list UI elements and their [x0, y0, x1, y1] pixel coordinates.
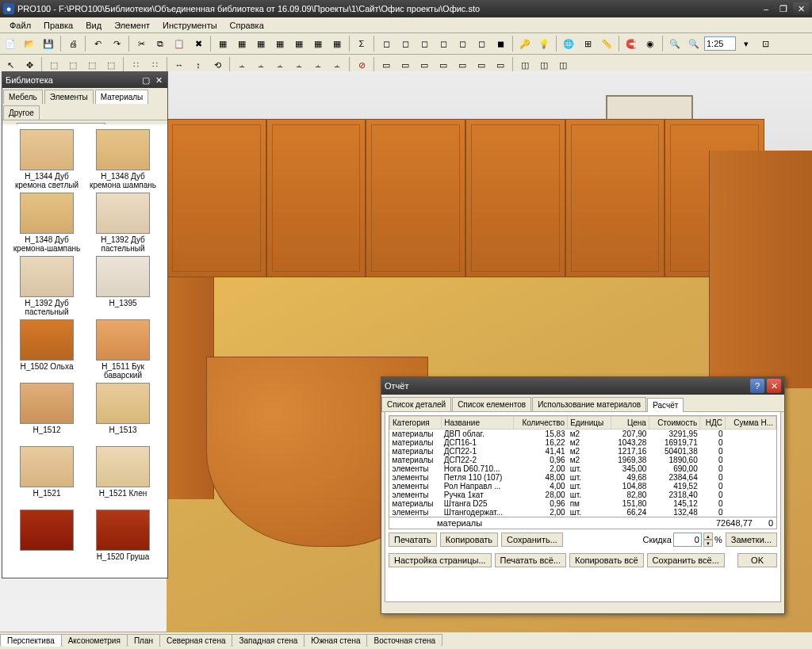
- menu-help[interactable]: Справка: [224, 19, 270, 32]
- material-item[interactable]: Н_1521: [10, 446, 83, 506]
- light-icon[interactable]: 💡: [535, 35, 553, 52]
- tab-parts-list[interactable]: Список деталей: [381, 397, 451, 411]
- col-sum[interactable]: Сумма Н...: [726, 417, 776, 429]
- menu-tools[interactable]: Инструменты: [156, 19, 224, 32]
- table-row[interactable]: материалыДСП22-20,96м21969,381890,600: [390, 456, 776, 464]
- material-item[interactable]: Н_1392 Дуб пастельный: [86, 193, 159, 253]
- table-row[interactable]: элементыРол Направл ...4,00шт.104,88419,…: [390, 482, 776, 491]
- col-name[interactable]: Название: [442, 417, 513, 429]
- material-item[interactable]: Н_1521 Клен: [86, 446, 159, 506]
- discount-input[interactable]: [673, 533, 702, 547]
- zoom-drop-icon[interactable]: ▾: [737, 35, 755, 52]
- ok-button[interactable]: OK: [737, 553, 777, 567]
- discount-up-icon[interactable]: ▲: [703, 533, 713, 540]
- tab-perspective[interactable]: Перспектива: [0, 634, 62, 647]
- table-row[interactable]: материалыШтанга D250,96пм151,80145,120: [390, 499, 776, 508]
- tab-plan[interactable]: План: [127, 634, 160, 647]
- material-item[interactable]: Н_1348 Дуб кремона-шампань: [10, 193, 83, 253]
- library-title-bar[interactable]: Библиотека ▢ ✕: [2, 72, 167, 88]
- col-qty[interactable]: Количество: [513, 417, 567, 429]
- view-4-icon[interactable]: ▦: [271, 35, 289, 52]
- box-6-icon[interactable]: ◻: [473, 35, 490, 52]
- delete-icon[interactable]: ✖: [190, 35, 207, 52]
- view-3-icon[interactable]: ▦: [252, 35, 270, 52]
- tab-elements[interactable]: Элементы: [44, 90, 94, 104]
- table-row[interactable]: элементыНога D60.710...2,00шт.345,00690,…: [390, 464, 776, 473]
- tab-east-wall[interactable]: Восточная стена: [366, 634, 442, 647]
- view-7-icon[interactable]: ▦: [328, 35, 346, 52]
- col-vat[interactable]: НДС: [700, 417, 726, 429]
- cabinet-model[interactable]: [565, 119, 665, 277]
- page-setup-button[interactable]: Настройка страницы...: [389, 553, 492, 567]
- tab-furniture[interactable]: Мебель: [3, 90, 43, 104]
- save-all-button[interactable]: Сохранить всё...: [647, 553, 725, 567]
- zoom-in-icon[interactable]: 🔍: [666, 35, 684, 52]
- minimize-button[interactable]: –: [758, 2, 774, 15]
- cabinet-model[interactable]: [167, 119, 266, 277]
- box-1-icon[interactable]: ◻: [377, 35, 395, 52]
- copy-button[interactable]: Копировать: [440, 533, 498, 547]
- key-icon[interactable]: 🔑: [516, 35, 534, 52]
- material-item[interactable]: Н_1511 Бук баварский: [86, 319, 159, 380]
- library-close-icon[interactable]: ✕: [153, 74, 164, 86]
- material-item[interactable]: [10, 510, 83, 570]
- paste-icon[interactable]: 📋: [170, 35, 188, 52]
- table-row[interactable]: материалыДВП облаг.15,83м2207,903291,950: [390, 429, 776, 439]
- table-row[interactable]: материалыДСП16-116,22м21043,2816919,710: [390, 438, 776, 447]
- table-row[interactable]: элементыШтангодержат...2,00шт.66,24132,4…: [390, 508, 776, 517]
- cabinet-model[interactable]: [465, 119, 565, 277]
- copy-all-button[interactable]: Копировать всё: [569, 553, 644, 567]
- new-icon[interactable]: 📄: [2, 35, 19, 52]
- col-category[interactable]: Категория: [390, 417, 442, 429]
- tab-north-wall[interactable]: Северная стена: [159, 634, 233, 647]
- tab-material-usage[interactable]: Использование материалов: [532, 397, 646, 411]
- tab-calculation[interactable]: Расчёт: [647, 398, 684, 412]
- undo-icon[interactable]: ↶: [89, 35, 106, 52]
- report-table[interactable]: Категория Название Количество Единицы Це…: [389, 415, 777, 517]
- report-close-icon[interactable]: ✕: [767, 379, 781, 393]
- print-button[interactable]: Печатать: [389, 533, 437, 547]
- menu-edit[interactable]: Правка: [37, 19, 79, 32]
- view-5-icon[interactable]: ▦: [290, 35, 308, 52]
- table-row[interactable]: материалыДСП22-141,41м21217,1650401,380: [390, 447, 776, 456]
- menu-file[interactable]: Файл: [3, 19, 37, 32]
- copy-icon[interactable]: ⧉: [151, 35, 169, 52]
- save-button[interactable]: Сохранить...: [501, 533, 563, 547]
- box-4-icon[interactable]: ◻: [435, 35, 452, 52]
- library-scroll[interactable]: Н_1344 Дуб кремона светлыйН_1348 Дуб кре…: [2, 124, 167, 578]
- open-icon[interactable]: 📂: [21, 35, 38, 52]
- menu-view[interactable]: Вид: [79, 19, 108, 32]
- material-item[interactable]: Н_1502 Ольха: [10, 319, 83, 380]
- fit-icon[interactable]: ⊡: [756, 35, 774, 52]
- discount-down-icon[interactable]: ▼: [703, 540, 713, 547]
- report-title-bar[interactable]: Отчёт ? ✕: [381, 377, 784, 395]
- zoom-input[interactable]: [704, 36, 736, 51]
- menu-element[interactable]: Элемент: [108, 19, 156, 32]
- library-min-icon[interactable]: ▢: [140, 74, 151, 86]
- zoom-out-icon[interactable]: 🔍: [685, 35, 703, 52]
- box-5-icon[interactable]: ◻: [454, 35, 471, 52]
- cabinet-model[interactable]: [266, 119, 366, 277]
- tab-other[interactable]: Другое: [3, 105, 40, 120]
- close-button[interactable]: ✕: [793, 2, 809, 15]
- maximize-button[interactable]: ❐: [776, 2, 791, 15]
- material-item[interactable]: Н_1344 Дуб кремона светлый: [10, 129, 83, 189]
- box-3-icon[interactable]: ◻: [416, 35, 433, 52]
- tab-axonometry[interactable]: Аксонометрия: [61, 634, 128, 647]
- view-2-icon[interactable]: ▦: [233, 35, 251, 52]
- cabinet-model[interactable]: [366, 119, 465, 277]
- grid-icon[interactable]: ⊞: [579, 35, 596, 52]
- material-item[interactable]: Н_1520 Груша: [86, 510, 159, 570]
- col-cost[interactable]: Стоимость: [649, 417, 699, 429]
- sigma-icon[interactable]: Σ: [353, 35, 370, 52]
- right-cabinets[interactable]: [709, 151, 812, 388]
- ruler-icon[interactable]: 📏: [598, 35, 615, 52]
- notes-button[interactable]: Заметки...: [726, 533, 777, 547]
- view-6-icon[interactable]: ▦: [309, 35, 327, 52]
- print-all-button[interactable]: Печатать всё...: [495, 553, 566, 567]
- material-item[interactable]: Н_1348 Дуб кремона шампань: [86, 129, 159, 189]
- box-2-icon[interactable]: ◻: [396, 35, 414, 52]
- tab-materials[interactable]: Материалы: [95, 90, 149, 104]
- material-item[interactable]: Н_1395: [86, 256, 159, 316]
- view-1-icon[interactable]: ▦: [214, 35, 232, 52]
